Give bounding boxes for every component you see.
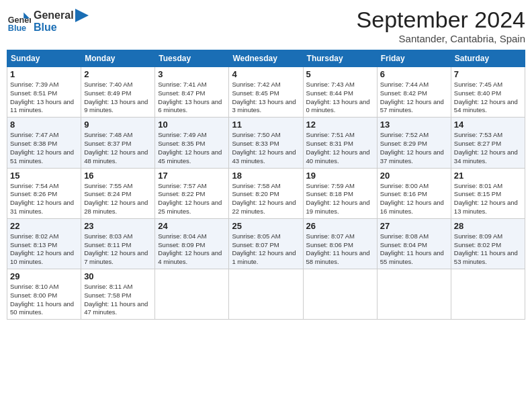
day-number: 23 (84, 221, 152, 231)
day-info: Sunrise: 7:39 AM Sunset: 8:51 PM Dayligh… (10, 81, 78, 115)
day-info: Sunrise: 8:11 AM Sunset: 7:58 PM Dayligh… (84, 283, 152, 317)
calendar-table: SundayMondayTuesdayWednesdayThursdayFrid… (7, 50, 525, 320)
day-number: 27 (380, 221, 448, 231)
weekday-header-tuesday: Tuesday (155, 50, 229, 67)
weekday-header-monday: Monday (81, 50, 155, 67)
day-number: 26 (306, 221, 374, 231)
location: Santander, Cantabria, Spain (357, 33, 525, 44)
day-number: 18 (232, 171, 300, 181)
calendar-cell: 13Sunrise: 7:52 AM Sunset: 8:29 PM Dayli… (377, 118, 451, 168)
day-info: Sunrise: 7:45 AM Sunset: 8:40 PM Dayligh… (454, 81, 522, 115)
day-number: 13 (380, 120, 448, 130)
svg-marker-3 (75, 9, 89, 22)
day-info: Sunrise: 7:57 AM Sunset: 8:22 PM Dayligh… (158, 182, 226, 216)
day-number: 29 (10, 271, 78, 281)
calendar-cell (377, 269, 451, 320)
calendar-cell: 18Sunrise: 7:58 AM Sunset: 8:20 PM Dayli… (229, 168, 303, 218)
day-number: 11 (232, 120, 300, 130)
calendar-cell: 28Sunrise: 8:09 AM Sunset: 8:02 PM Dayli… (451, 218, 525, 269)
day-info: Sunrise: 7:42 AM Sunset: 8:45 PM Dayligh… (232, 81, 300, 115)
day-number: 21 (454, 171, 522, 181)
calendar-cell: 14Sunrise: 7:53 AM Sunset: 8:27 PM Dayli… (451, 118, 525, 168)
day-number: 15 (10, 171, 78, 181)
calendar-cell: 25Sunrise: 8:05 AM Sunset: 8:07 PM Dayli… (229, 218, 303, 269)
calendar-cell: 9Sunrise: 7:48 AM Sunset: 8:37 PM Daylig… (81, 118, 155, 168)
weekday-header-friday: Friday (377, 50, 451, 67)
calendar-cell: 7Sunrise: 7:45 AM Sunset: 8:40 PM Daylig… (451, 67, 525, 118)
header: General Blue General Blue September 2024… (7, 7, 525, 44)
calendar-cell (451, 269, 525, 320)
day-info: Sunrise: 7:48 AM Sunset: 8:37 PM Dayligh… (84, 131, 152, 165)
calendar-cell: 12Sunrise: 7:51 AM Sunset: 8:31 PM Dayli… (303, 118, 377, 168)
calendar-cell: 11Sunrise: 7:50 AM Sunset: 8:33 PM Dayli… (229, 118, 303, 168)
day-info: Sunrise: 7:53 AM Sunset: 8:27 PM Dayligh… (454, 131, 522, 165)
day-info: Sunrise: 8:04 AM Sunset: 8:09 PM Dayligh… (158, 232, 226, 267)
day-info: Sunrise: 8:10 AM Sunset: 8:00 PM Dayligh… (10, 283, 78, 317)
weekday-header-sunday: Sunday (7, 50, 81, 67)
day-info: Sunrise: 8:09 AM Sunset: 8:02 PM Dayligh… (454, 232, 522, 267)
day-number: 22 (10, 221, 78, 231)
day-number: 4 (232, 69, 300, 79)
day-number: 14 (454, 120, 522, 130)
day-number: 30 (84, 271, 152, 281)
calendar-cell: 24Sunrise: 8:04 AM Sunset: 8:09 PM Dayli… (155, 218, 229, 269)
day-info: Sunrise: 7:55 AM Sunset: 8:24 PM Dayligh… (84, 182, 152, 216)
calendar-cell: 5Sunrise: 7:43 AM Sunset: 8:44 PM Daylig… (303, 67, 377, 118)
day-number: 3 (158, 69, 226, 79)
calendar-header: SundayMondayTuesdayWednesdayThursdayFrid… (7, 50, 525, 67)
calendar-cell: 20Sunrise: 8:00 AM Sunset: 8:16 PM Dayli… (377, 168, 451, 218)
calendar-cell: 16Sunrise: 7:55 AM Sunset: 8:24 PM Dayli… (81, 168, 155, 218)
calendar-cell: 21Sunrise: 8:01 AM Sunset: 8:15 PM Dayli… (451, 168, 525, 218)
day-info: Sunrise: 7:52 AM Sunset: 8:29 PM Dayligh… (380, 131, 448, 165)
month-title: September 2024 (357, 7, 525, 33)
day-number: 5 (306, 69, 374, 79)
calendar-cell: 17Sunrise: 7:57 AM Sunset: 8:22 PM Dayli… (155, 168, 229, 218)
calendar-cell: 4Sunrise: 7:42 AM Sunset: 8:45 PM Daylig… (229, 67, 303, 118)
calendar-cell: 6Sunrise: 7:44 AM Sunset: 8:42 PM Daylig… (377, 67, 451, 118)
weekday-header-wednesday: Wednesday (229, 50, 303, 67)
day-number: 25 (232, 221, 300, 231)
calendar-cell: 19Sunrise: 7:59 AM Sunset: 8:18 PM Dayli… (303, 168, 377, 218)
calendar-cell: 1Sunrise: 7:39 AM Sunset: 8:51 PM Daylig… (7, 67, 81, 118)
day-info: Sunrise: 7:44 AM Sunset: 8:42 PM Dayligh… (380, 81, 448, 115)
calendar-cell: 27Sunrise: 8:08 AM Sunset: 8:04 PM Dayli… (377, 218, 451, 269)
title-area: September 2024 Santander, Cantabria, Spa… (357, 7, 525, 44)
logo-icon: General Blue (7, 9, 31, 34)
day-info: Sunrise: 7:41 AM Sunset: 8:47 PM Dayligh… (158, 81, 226, 115)
day-number: 9 (84, 120, 152, 130)
calendar-cell: 22Sunrise: 8:02 AM Sunset: 8:13 PM Dayli… (7, 218, 81, 269)
day-number: 8 (10, 120, 78, 130)
day-number: 6 (380, 69, 448, 79)
calendar-cell: 15Sunrise: 7:54 AM Sunset: 8:26 PM Dayli… (7, 168, 81, 218)
day-number: 20 (380, 171, 448, 181)
calendar-cell: 2Sunrise: 7:40 AM Sunset: 8:49 PM Daylig… (81, 67, 155, 118)
calendar-cell: 8Sunrise: 7:47 AM Sunset: 8:38 PM Daylig… (7, 118, 81, 168)
day-info: Sunrise: 7:51 AM Sunset: 8:31 PM Dayligh… (306, 131, 374, 165)
day-info: Sunrise: 7:54 AM Sunset: 8:26 PM Dayligh… (10, 182, 78, 216)
day-info: Sunrise: 8:08 AM Sunset: 8:04 PM Dayligh… (380, 232, 448, 267)
day-number: 28 (454, 221, 522, 231)
day-number: 16 (84, 171, 152, 181)
day-number: 7 (454, 69, 522, 79)
logo-triangle-icon (75, 9, 89, 22)
calendar-cell: 3Sunrise: 7:41 AM Sunset: 8:47 PM Daylig… (155, 67, 229, 118)
day-info: Sunrise: 7:43 AM Sunset: 8:44 PM Dayligh… (306, 81, 374, 115)
day-info: Sunrise: 8:03 AM Sunset: 8:11 PM Dayligh… (84, 232, 152, 267)
day-number: 17 (158, 171, 226, 181)
day-info: Sunrise: 8:05 AM Sunset: 8:07 PM Dayligh… (232, 232, 300, 267)
day-info: Sunrise: 7:58 AM Sunset: 8:20 PM Dayligh… (232, 182, 300, 216)
calendar-cell: 26Sunrise: 8:07 AM Sunset: 8:06 PM Dayli… (303, 218, 377, 269)
day-info: Sunrise: 7:50 AM Sunset: 8:33 PM Dayligh… (232, 131, 300, 165)
calendar-cell: 23Sunrise: 8:03 AM Sunset: 8:11 PM Dayli… (81, 218, 155, 269)
calendar-cell: 29Sunrise: 8:10 AM Sunset: 8:00 PM Dayli… (7, 269, 81, 320)
day-number: 24 (158, 221, 226, 231)
day-info: Sunrise: 8:07 AM Sunset: 8:06 PM Dayligh… (306, 232, 374, 267)
day-number: 19 (306, 171, 374, 181)
day-info: Sunrise: 7:49 AM Sunset: 8:35 PM Dayligh… (158, 131, 226, 165)
weekday-header-thursday: Thursday (303, 50, 377, 67)
svg-text:Blue: Blue (8, 24, 26, 33)
day-number: 12 (306, 120, 374, 130)
calendar-cell (303, 269, 377, 320)
day-info: Sunrise: 7:47 AM Sunset: 8:38 PM Dayligh… (10, 131, 78, 165)
day-info: Sunrise: 8:00 AM Sunset: 8:16 PM Dayligh… (380, 182, 448, 216)
